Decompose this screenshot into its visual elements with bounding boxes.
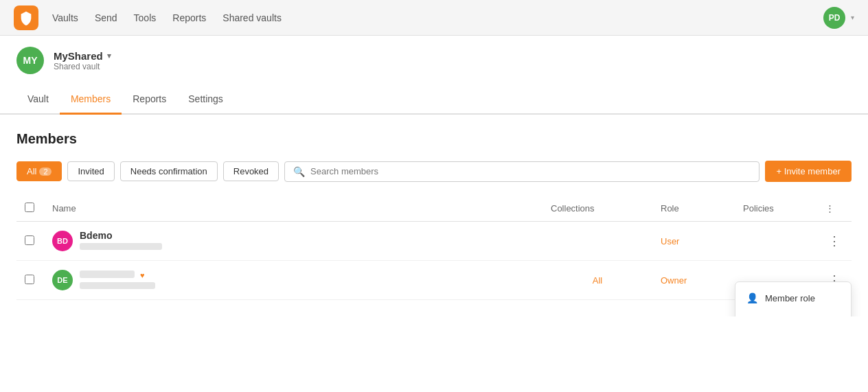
row1-actions: ⋮	[817, 222, 852, 261]
collections-icon: ⊞	[746, 316, 755, 316]
page-title: Members	[16, 131, 852, 147]
row2-name-blur	[80, 270, 135, 278]
row1-role-value: User	[661, 236, 679, 246]
org-info: MyShared ▾ Shared vault	[54, 50, 111, 71]
row2-member-info: DE ♥	[52, 269, 534, 291]
nav-links: Vaults Send Tools Reports Shared vaults	[52, 10, 823, 26]
logo[interactable]	[14, 5, 38, 30]
col-header-role: Role	[652, 196, 735, 222]
row2-collections-value: All	[593, 275, 602, 286]
col-header-actions: ⋮	[817, 196, 852, 222]
filter-invited[interactable]: Invited	[67, 161, 114, 181]
tab-members[interactable]: Members	[60, 85, 122, 115]
tab-reports[interactable]: Reports	[122, 85, 177, 115]
row2-collections: All	[542, 261, 652, 300]
tab-settings[interactable]: Settings	[177, 85, 234, 115]
members-table: Name Collections Role Policies ⋮ BD	[16, 196, 852, 300]
row2-role-value: Owner	[661, 275, 687, 286]
col-header-name: Name	[44, 196, 542, 222]
row1-checkbox[interactable]	[25, 235, 34, 245]
org-name-row: MyShared ▾	[54, 50, 111, 62]
tab-bar: Vault Members Reports Settings	[0, 85, 868, 115]
row1-email-blur	[80, 243, 162, 250]
row1-role: User	[652, 222, 735, 261]
main-content: Members All2 Invited Needs confirmation …	[0, 115, 868, 316]
dropdown-collections[interactable]: ⊞ Collections	[735, 310, 851, 316]
row1-policies	[735, 222, 817, 261]
collections-label: Collections	[762, 316, 806, 317]
org-subtitle: Shared vault	[54, 62, 111, 71]
user-menu-chevron[interactable]: ▾	[851, 14, 854, 21]
row1-name: Bdemo	[80, 230, 162, 241]
row2-heart-badge: ♥	[140, 271, 145, 279]
filter-all[interactable]: All2	[16, 161, 62, 181]
row1-name-cell: BD Bdemo	[44, 222, 542, 261]
actions-dots-header: ⋮	[825, 203, 834, 214]
col-header-collections: Collections	[542, 196, 652, 222]
row2-name-cell: DE ♥	[44, 261, 542, 300]
row1-name-block: Bdemo	[80, 230, 162, 252]
row1-collections	[542, 222, 652, 261]
filter-needs-confirmation[interactable]: Needs confirmation	[120, 161, 218, 181]
row2-email-blur	[80, 282, 155, 289]
search-box: 🔍	[284, 161, 760, 182]
col-header-policies: Policies	[735, 196, 817, 222]
user-avatar[interactable]: PD	[823, 7, 845, 29]
search-input[interactable]	[310, 166, 751, 176]
filter-revoked[interactable]: Revoked	[223, 161, 279, 181]
row1-check	[16, 222, 44, 261]
user-area: PD ▾	[823, 7, 854, 29]
row1-actions-button[interactable]: ⋮	[825, 232, 843, 250]
filter-bar: All2 Invited Needs confirmation Revoked …	[16, 161, 852, 182]
row2-name-block: ♥	[80, 269, 155, 291]
row1-member-info: BD Bdemo	[52, 230, 534, 252]
tab-vault[interactable]: Vault	[16, 85, 60, 115]
row2-name: ♥	[80, 269, 155, 280]
org-avatar: MY	[16, 47, 44, 74]
search-icon: 🔍	[293, 166, 305, 177]
table-row: DE ♥ All	[16, 261, 852, 300]
person-icon: 👤	[746, 292, 758, 303]
row2-avatar: DE	[52, 270, 73, 290]
row2-checkbox[interactable]	[25, 275, 34, 284]
nav-reports[interactable]: Reports	[172, 10, 206, 26]
row2-role: Owner	[652, 261, 735, 300]
table-row: BD Bdemo User ⋮	[16, 222, 852, 261]
nav-vaults[interactable]: Vaults	[52, 10, 78, 26]
nav-tools[interactable]: Tools	[134, 10, 157, 26]
dropdown-member-role[interactable]: 👤 Member role	[735, 286, 851, 310]
org-dropdown-chevron[interactable]: ▾	[107, 51, 111, 60]
nav-shared-vaults[interactable]: Shared vaults	[222, 10, 282, 26]
member-role-label: Member role	[765, 293, 815, 303]
row2-email	[80, 281, 155, 291]
actions-dropdown-menu: 👤 Member role ⊞ Collections ⊖ Revoke acc…	[735, 281, 852, 316]
invite-member-button[interactable]: + Invite member	[765, 161, 852, 182]
row1-avatar: BD	[52, 231, 73, 251]
select-all-checkbox[interactable]	[25, 203, 34, 212]
nav-send[interactable]: Send	[95, 10, 117, 26]
col-header-check	[16, 196, 44, 222]
row1-email	[80, 242, 162, 252]
row2-check	[16, 261, 44, 300]
org-name-text: MyShared	[54, 50, 103, 62]
org-header: MY MyShared ▾ Shared vault	[0, 36, 868, 85]
row2-actions: ⋮ 👤 Member role ⊞ Collections	[817, 261, 852, 300]
top-navigation: Vaults Send Tools Reports Shared vaults …	[0, 0, 868, 36]
